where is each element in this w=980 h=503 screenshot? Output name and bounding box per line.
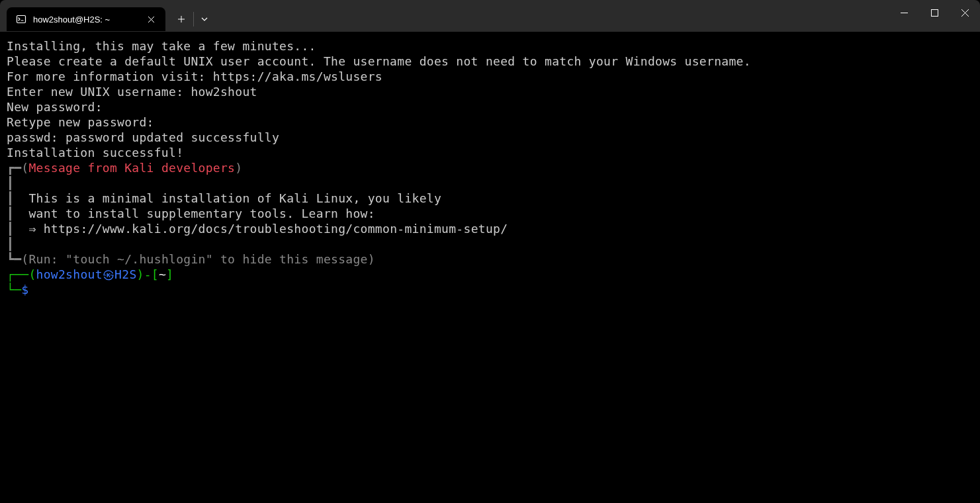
output-line: Installation successful! — [7, 145, 973, 160]
close-button[interactable] — [950, 0, 980, 25]
box-url: https://www.kali.org/docs/troubleshootin… — [44, 222, 508, 236]
prompt-corner: └─ — [7, 283, 21, 297]
message-box-side: ┃ — [7, 236, 973, 252]
message-box-row: ┃ want to install supplementary tools. L… — [7, 206, 973, 221]
box-paren: ) — [235, 161, 242, 175]
tab-dropdown-button[interactable] — [194, 7, 215, 31]
output-line: Please create a default UNIX user accoun… — [7, 54, 973, 69]
prompt-host: H2S — [114, 267, 136, 281]
message-box-side: ┃ — [7, 175, 973, 191]
box-side: ┃ — [7, 206, 14, 220]
box-corner: ┗━ — [7, 252, 21, 266]
minimize-button[interactable] — [889, 0, 919, 25]
new-tab-button[interactable] — [169, 7, 193, 31]
tab-title: how2shout@H2S: ~ — [33, 15, 138, 24]
output-line: Enter new UNIX username: how2shout — [7, 84, 973, 99]
titlebar: how2shout@H2S: ~ — [0, 0, 980, 32]
prompt-path: ~ — [159, 267, 166, 281]
message-box-top: ┏━(Message from Kali developers) — [7, 160, 973, 175]
tab-close-button[interactable] — [144, 13, 157, 26]
box-footer: Run: "touch ~/.hushlogin" to hide this m… — [28, 252, 367, 266]
box-header: Message from Kali developers — [28, 161, 235, 175]
prompt-paren: ( — [28, 267, 36, 281]
message-box-bottom: ┗━(Run: "touch ~/.hushlogin" to hide thi… — [7, 252, 973, 267]
prompt-bracket: [ — [152, 267, 159, 281]
maximize-button[interactable] — [919, 0, 950, 25]
window-controls — [889, 0, 980, 32]
terminal-tab[interactable]: how2shout@H2S: ~ — [7, 7, 165, 31]
prompt-dash: - — [144, 267, 152, 281]
terminal-icon — [16, 14, 26, 24]
svg-rect-0 — [17, 16, 26, 23]
output-line: Retype new password: — [7, 114, 973, 130]
terminal-output[interactable]: Installing, this may take a few minutes.… — [0, 32, 980, 304]
box-paren: ) — [368, 252, 375, 266]
output-line: Installing, this may take a few minutes.… — [7, 38, 973, 54]
prompt-bracket: ] — [166, 267, 173, 281]
box-side: ┃ — [7, 176, 14, 190]
box-side: ┃ — [7, 222, 14, 236]
tabs-area: how2shout@H2S: ~ — [0, 0, 215, 32]
output-line: New password: — [7, 99, 973, 114]
prompt-corner: ┌── — [7, 267, 28, 281]
box-text: This is a minimal installation of Kali L… — [14, 191, 441, 205]
prompt-paren: ) — [137, 267, 144, 281]
box-paren: ( — [21, 161, 28, 175]
box-arrow: ⇒ — [14, 222, 44, 236]
prompt-symbol: $ — [21, 283, 28, 297]
box-side: ┃ — [7, 237, 14, 251]
box-corner: ┏━ — [7, 161, 21, 175]
output-line: For more information visit: https://aka.… — [7, 69, 973, 84]
svg-rect-1 — [931, 9, 938, 16]
output-line: passwd: password updated successfully — [7, 130, 973, 145]
prompt-separator: ㉿ — [103, 267, 114, 281]
prompt-line-1: ┌──(how2shout㉿H2S)-[~] — [7, 267, 973, 282]
message-box-row: ┃ This is a minimal installation of Kali… — [7, 191, 973, 206]
message-box-row: ┃ ⇒ https://www.kali.org/docs/troublesho… — [7, 221, 973, 236]
box-text: want to install supplementary tools. Lea… — [14, 206, 375, 220]
prompt-line-2: └─$ — [7, 282, 973, 297]
box-paren: ( — [21, 252, 28, 266]
box-side: ┃ — [7, 191, 14, 205]
prompt-user: how2shout — [36, 267, 103, 281]
